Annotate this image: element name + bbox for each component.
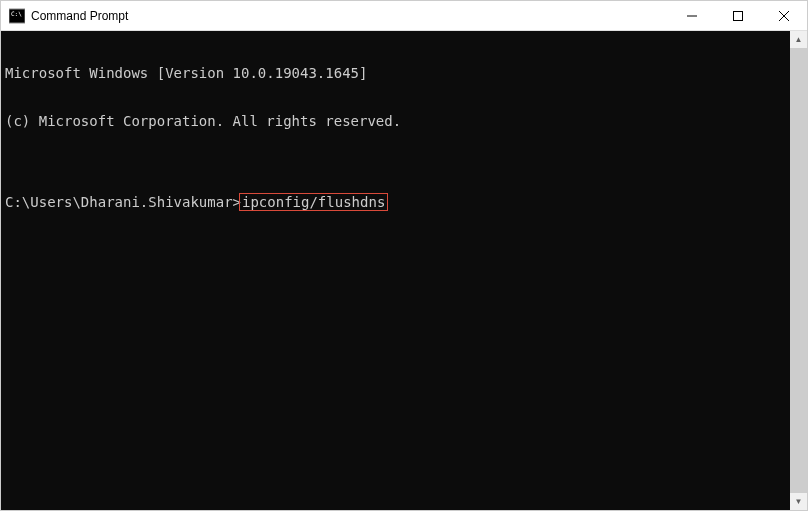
prompt-path: C:\Users\Dharani.Shivakumar> xyxy=(5,194,241,210)
maximize-button[interactable] xyxy=(715,1,761,31)
command-text: ipconfig/flushdns xyxy=(242,194,385,210)
command-prompt-window: C:\ Command Prompt Microsoft Windows [Ve… xyxy=(0,0,808,511)
scroll-down-button[interactable]: ▼ xyxy=(790,493,807,510)
minimize-button[interactable] xyxy=(669,1,715,31)
window-title: Command Prompt xyxy=(31,9,669,23)
close-button[interactable] xyxy=(761,1,807,31)
titlebar[interactable]: C:\ Command Prompt xyxy=(1,1,807,31)
command-prompt-icon: C:\ xyxy=(9,8,25,24)
scroll-up-button[interactable]: ▲ xyxy=(790,31,807,48)
terminal-output[interactable]: Microsoft Windows [Version 10.0.19043.16… xyxy=(1,31,790,510)
svg-rect-3 xyxy=(734,12,743,21)
svg-text:C:\: C:\ xyxy=(11,10,22,17)
version-line: Microsoft Windows [Version 10.0.19043.16… xyxy=(5,65,786,81)
scrollbar-track[interactable] xyxy=(790,48,807,493)
copyright-line: (c) Microsoft Corporation. All rights re… xyxy=(5,113,786,129)
terminal-area: Microsoft Windows [Version 10.0.19043.16… xyxy=(1,31,807,510)
prompt-line: C:\Users\Dharani.Shivakumar>ipconfig/flu… xyxy=(5,193,786,211)
vertical-scrollbar[interactable]: ▲ ▼ xyxy=(790,31,807,510)
scrollbar-thumb[interactable] xyxy=(790,48,807,493)
window-controls xyxy=(669,1,807,30)
command-highlight: ipconfig/flushdns xyxy=(239,193,388,211)
